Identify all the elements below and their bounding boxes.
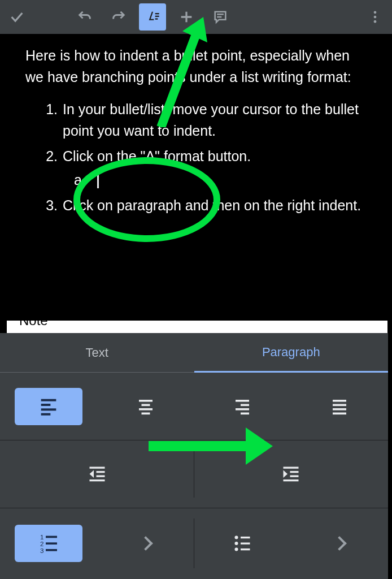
align-justify-icon	[329, 396, 350, 417]
svg-rect-33	[46, 536, 57, 538]
numbered-list-icon: 1 2 3	[37, 532, 60, 555]
svg-rect-39	[241, 537, 250, 538]
align-center-icon	[136, 396, 156, 417]
svg-rect-10	[139, 400, 153, 402]
svg-rect-8	[41, 408, 56, 411]
svg-rect-29	[284, 479, 299, 481]
indent-row	[0, 440, 388, 508]
chevron-right-icon	[138, 536, 153, 550]
svg-rect-17	[241, 412, 249, 414]
editor-toolbar	[0, 0, 392, 34]
svg-rect-28	[290, 475, 299, 477]
svg-rect-35	[46, 549, 57, 551]
svg-text:3: 3	[40, 547, 43, 554]
accept-button[interactable]	[0, 0, 34, 34]
text-format-icon	[145, 9, 160, 25]
format-panel: Text Paragraph	[0, 333, 388, 579]
align-left-button[interactable]	[0, 373, 97, 440]
tab-text[interactable]: Text	[0, 333, 194, 373]
svg-point-37	[235, 542, 238, 545]
svg-rect-22	[89, 466, 104, 468]
svg-rect-34	[46, 542, 57, 545]
sub-list-item	[63, 170, 369, 191]
svg-rect-21	[333, 412, 346, 414]
svg-rect-13	[141, 412, 150, 414]
svg-rect-12	[139, 408, 153, 411]
redo-icon	[111, 9, 127, 25]
align-right-icon	[232, 396, 252, 417]
check-icon	[9, 9, 25, 25]
undo-icon	[77, 9, 93, 25]
insert-button[interactable]	[169, 0, 203, 34]
numbered-list-options-button[interactable]	[97, 508, 194, 578]
page-edge: Note	[7, 321, 387, 334]
svg-rect-7	[41, 404, 51, 406]
align-center-button[interactable]	[97, 373, 194, 440]
svg-point-38	[235, 548, 238, 551]
indent-decrease-button[interactable]	[0, 440, 194, 508]
chevron-right-icon	[332, 536, 346, 550]
numbered-list: In your bullet/list, move your cursor to…	[25, 99, 369, 217]
indent-increase-icon	[281, 464, 301, 485]
text-cursor	[97, 174, 99, 188]
overflow-menu-button[interactable]	[358, 0, 392, 34]
svg-rect-9	[41, 413, 51, 415]
svg-rect-18	[333, 400, 346, 402]
plus-icon	[178, 9, 194, 25]
align-left-icon	[37, 395, 60, 418]
bullet-list-options-button[interactable]	[291, 508, 388, 578]
list-item: In your bullet/list, move your cursor to…	[47, 99, 369, 141]
svg-point-36	[235, 536, 238, 539]
svg-point-3	[374, 11, 377, 14]
text-format-button[interactable]	[139, 3, 166, 31]
document-editor[interactable]: Here is how to indent a bullet point, es…	[0, 34, 392, 334]
svg-rect-0	[155, 13, 159, 14]
panel-body: 1 2 3	[0, 373, 388, 579]
svg-rect-1	[155, 16, 159, 17]
indent-increase-button[interactable]	[194, 440, 389, 508]
align-justify-button[interactable]	[291, 373, 388, 440]
undo-button[interactable]	[68, 0, 102, 34]
svg-rect-6	[41, 399, 56, 401]
svg-point-4	[374, 16, 377, 19]
note-label: Note	[19, 313, 48, 329]
svg-rect-20	[333, 408, 346, 411]
alignment-row	[0, 373, 388, 440]
numbered-list-button[interactable]: 1 2 3	[0, 508, 97, 578]
svg-rect-23	[96, 471, 104, 473]
svg-rect-26	[284, 466, 299, 468]
svg-rect-40	[241, 543, 250, 545]
svg-rect-2	[155, 18, 158, 19]
svg-point-5	[374, 20, 377, 23]
svg-rect-24	[96, 475, 104, 477]
svg-rect-27	[290, 471, 299, 473]
svg-rect-19	[333, 404, 346, 406]
intro-text: Here is how to indent a bullet point, es…	[25, 45, 369, 88]
list-item: Click on the "A" format button.	[47, 146, 369, 191]
format-tabs: Text Paragraph	[0, 333, 388, 373]
svg-rect-25	[89, 479, 104, 481]
svg-rect-11	[141, 404, 150, 406]
more-vertical-icon	[367, 9, 383, 25]
bullet-list-icon	[232, 533, 252, 554]
svg-rect-41	[241, 548, 250, 550]
svg-rect-15	[241, 404, 249, 406]
comments-button[interactable]	[203, 0, 237, 34]
comment-icon	[212, 9, 228, 25]
svg-rect-16	[236, 408, 249, 411]
svg-rect-14	[236, 400, 249, 402]
align-right-button[interactable]	[194, 373, 291, 440]
bullet-list-button[interactable]	[194, 508, 291, 578]
indent-decrease-icon	[87, 464, 107, 485]
list-item: Click on paragraph and then on the right…	[47, 195, 369, 217]
tab-paragraph[interactable]: Paragraph	[194, 333, 389, 373]
redo-button[interactable]	[102, 0, 136, 34]
lists-row: 1 2 3	[0, 508, 388, 578]
